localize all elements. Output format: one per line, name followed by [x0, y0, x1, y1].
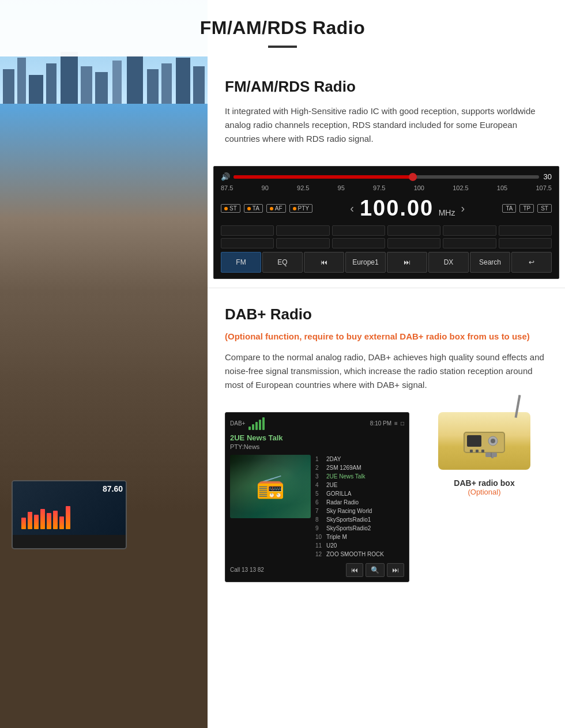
- presets-row-1: [221, 225, 552, 236]
- dab-title: DAB+ Radio: [225, 305, 548, 323]
- preset-12[interactable]: [499, 238, 552, 248]
- dab-list-item-12: 12ZOO SMOOTH ROCK: [315, 550, 404, 559]
- preset-6[interactable]: [499, 225, 552, 236]
- freq-next-btn[interactable]: ›: [461, 202, 465, 215]
- radio-mode-row: ST TA AF PTY ‹ 100.00 MHz › TA TP ST: [221, 196, 552, 221]
- main-content-panel: FM/AM/RDS Radio It integrated with High-…: [208, 61, 565, 599]
- dab-list-item-5: 5GORILLA: [315, 489, 404, 498]
- freq-unit: MHz: [439, 208, 455, 217]
- badge-af: AF: [266, 204, 286, 213]
- dab-label: DAB+: [230, 420, 245, 427]
- dab-status-bar: DAB+ 8:10 PM ≡ □: [230, 417, 404, 430]
- dab-list-item-11: 11U20: [315, 541, 404, 550]
- dab-list-item-3: 32UE News Talk: [315, 472, 404, 481]
- btn-prev[interactable]: ⏮: [304, 252, 344, 273]
- signal-bar-1: [248, 427, 251, 430]
- preset-10[interactable]: [387, 238, 440, 248]
- volume-thumb: [409, 173, 417, 181]
- dab-list-item-2: 22SM 1269AM: [315, 463, 404, 472]
- car-background: 87.60: [0, 0, 208, 728]
- dab-screenshot: DAB+ 8:10 PM ≡ □ 2UE News Talk PTY:Ne: [225, 412, 409, 582]
- freq-prev-btn[interactable]: ‹: [350, 202, 354, 215]
- freq-scale: 87.5 90 92.5 95 97.5 100 102.5 105 107.5: [221, 184, 552, 191]
- preset-8[interactable]: [276, 238, 329, 248]
- title-divider: [268, 46, 297, 48]
- volume-slider-track[interactable]: [233, 175, 539, 179]
- dab-station-list: 12DAY 22SM 1269AM 32UE News Talk 42UE 5G…: [315, 455, 404, 559]
- freq-display: 100.00 MHz: [360, 196, 455, 221]
- presets-row-2: [221, 238, 552, 248]
- signal-bar-5: [262, 417, 265, 430]
- preset-5[interactable]: [443, 225, 496, 236]
- volume-fill: [233, 175, 417, 179]
- dab-box-title: DAB+ radio box: [454, 478, 514, 488]
- badge-st-right: ST: [537, 204, 552, 213]
- preset-1[interactable]: [221, 225, 274, 236]
- preset-2[interactable]: [276, 225, 329, 236]
- dab-list-item-4: 42UE: [315, 481, 404, 489]
- preset-11[interactable]: [443, 238, 496, 248]
- mini-equalizer: [21, 506, 70, 529]
- fm-section-desc: It integrated with High-Sensitive radio …: [225, 104, 548, 146]
- dab-main-content: 📻 12DAY 22SM 1269AM 32UE News Talk 42UE …: [230, 455, 404, 559]
- radio-badges-right: TA TP ST: [502, 204, 552, 213]
- dab-btn-search[interactable]: 🔍: [366, 563, 385, 577]
- btn-back[interactable]: ↩: [511, 252, 552, 273]
- svg-rect-8: [476, 450, 479, 452]
- btn-eq[interactable]: EQ: [262, 252, 303, 273]
- dab-box-svg: [461, 424, 507, 458]
- preset-4[interactable]: [387, 225, 440, 236]
- dab-ctrl-btns: ⏮ 🔍 ⏭: [346, 563, 404, 577]
- fm-section: FM/AM/RDS Radio It integrated with High-…: [208, 61, 565, 157]
- dab-section: DAB+ Radio (Optional function, require t…: [208, 288, 565, 403]
- signal-icon: ≡: [394, 420, 398, 427]
- svg-rect-9: [481, 450, 484, 452]
- dab-box-optional: (Optional): [454, 488, 514, 496]
- badge-pty: PTY: [289, 204, 312, 213]
- head-unit-screen: 87.60: [13, 481, 126, 535]
- preset-3[interactable]: [332, 225, 385, 236]
- volume-bar: 🔊 30: [221, 172, 552, 181]
- dab-desc: Compare to the normal analog radio, DAB+…: [225, 350, 548, 392]
- btn-europe1[interactable]: Europe1: [345, 252, 386, 273]
- preset-9[interactable]: [332, 238, 385, 248]
- btn-dx[interactable]: DX: [428, 252, 469, 273]
- btn-next[interactable]: ⏭: [387, 252, 427, 273]
- dab-time: 8:10 PM: [370, 420, 391, 427]
- svg-rect-6: [491, 457, 494, 458]
- volume-icon: 🔊: [221, 172, 230, 181]
- dab-btn-prev[interactable]: ⏮: [346, 563, 363, 577]
- page-title-area: FM/AM/RDS Radio: [0, 0, 565, 56]
- btn-fm[interactable]: FM: [221, 252, 261, 273]
- battery-icon: □: [401, 420, 404, 427]
- page-main-title: FM/AM/RDS Radio: [12, 17, 553, 39]
- radio-ui-container: 🔊 30 87.5 90 92.5 95 97.5 100 102.5 105 …: [208, 166, 565, 288]
- badge-ta: TA: [244, 204, 263, 213]
- dab-list-item-1: 12DAY: [315, 455, 404, 463]
- btn-search[interactable]: Search: [470, 252, 510, 273]
- signal-bars: [248, 417, 265, 430]
- svg-rect-7: [470, 450, 473, 452]
- dab-btn-next[interactable]: ⏭: [387, 563, 404, 577]
- dab-ui-area: DAB+ 8:10 PM ≡ □ 2UE News Talk PTY:Ne: [208, 403, 565, 599]
- dab-list-item-7: 7Sky Racing World: [315, 507, 404, 515]
- svg-point-3: [491, 439, 495, 443]
- signal-bar-3: [255, 422, 258, 430]
- dab-call-bar: Call 13 13 82 ⏮ 🔍 ⏭: [230, 563, 404, 577]
- car-head-unit: 87.60: [12, 480, 127, 549]
- radio-controls: FM EQ ⏮ Europe1 ⏭ DX Search ↩: [221, 252, 552, 273]
- dab-pty: PTY:News: [230, 443, 404, 450]
- dab-station-name: 2UE News Talk: [230, 433, 404, 442]
- signal-bar-4: [259, 420, 261, 430]
- dab-visual: 📻: [230, 455, 311, 518]
- dab-box-label: DAB+ radio box (Optional): [454, 478, 514, 496]
- dab-radio-icon: 📻: [256, 473, 285, 500]
- dab-list-item-10: 10Triple M: [315, 533, 404, 541]
- badge-st: ST: [221, 204, 240, 213]
- fm-section-title: FM/AM/RDS Radio: [225, 78, 548, 96]
- signal-bar-2: [252, 424, 254, 430]
- dab-box-area: DAB+ radio box (Optional): [421, 412, 548, 496]
- dab-box-image: [438, 412, 530, 470]
- preset-7[interactable]: [221, 238, 274, 248]
- dab-list-item-9: 9SkySportsRadio2: [315, 524, 404, 533]
